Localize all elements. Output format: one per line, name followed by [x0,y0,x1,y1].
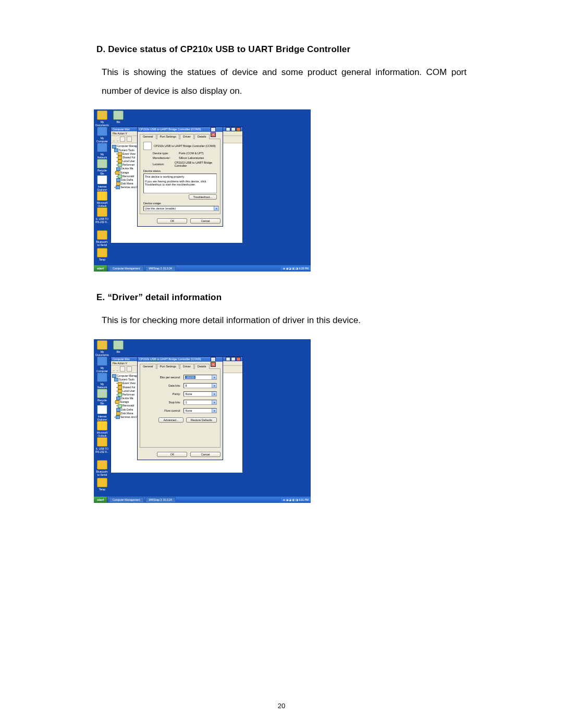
location-label: Location: [153,163,175,166]
desktop-icon-recycle[interactable]: Recycle Bin [95,389,109,405]
status-hint-text: If you are having problems with this dev… [145,180,215,186]
system-tray[interactable]: ◈ ◉ ◪ ◧ ◨ 6:18 PM [281,267,311,270]
start-button[interactable]: start [94,265,107,272]
advanced-button[interactable]: Advanced... [158,417,183,423]
chevron-down-icon[interactable]: ▾ [212,392,216,396]
cm-window-buttons[interactable] [225,357,241,361]
troubleshoot-button[interactable]: Troubleshoot... [189,194,217,200]
cm-tree[interactable]: Computer Manage System Tools +Event View… [111,143,140,243]
device-usage-value: Use this device (enable) [145,207,176,210]
tab-general[interactable]: General [140,134,156,139]
bits-per-second-combo[interactable]: 19200▾ [183,375,217,380]
toolbar-btn[interactable] [120,366,125,372]
properties-title-bar[interactable]: CP210x USB to UART Bridge Controller (CO… [138,127,223,132]
tab-port-settings[interactable]: Port Settings [157,134,180,139]
tab-driver[interactable]: Driver [180,134,194,139]
ok-button[interactable]: OK [157,218,187,224]
desktop-icon-mycomputer[interactable]: My Computer [95,356,109,373]
cm-title-text: Computer Man [113,127,130,131]
page-number: 20 [0,702,563,710]
desktop-icon-bin-top[interactable]: Bin [112,110,125,124]
screenshot-device-status: My Documents Bin My Computer My Network … [94,109,311,272]
desktop-icon-recycle[interactable]: Recycle Bin [95,159,109,175]
device-usage-label: Device usage: [143,202,217,205]
start-button[interactable]: start [94,497,107,503]
desktop-icon-bt[interactable]: Bluetooth-to-Serial [95,230,109,246]
desktop-icon-temp[interactable]: Temp [95,478,109,491]
document-page: D. Device status of CP210x USB to UART B… [0,0,563,728]
desktop-icon-bin-top[interactable]: Bin [112,340,125,353]
cancel-button[interactable]: Cancel [190,218,221,224]
tab-details[interactable]: Details [194,364,210,369]
taskbar-item[interactable]: Computer Management [109,266,144,272]
stop-bits-label: Stop bits: [143,401,183,404]
manufacturer-value: Silicon Laboratories [179,156,204,159]
chevron-down-icon[interactable]: ▾ [214,206,218,211]
clock-text: 6:21 PM [299,498,309,501]
clock-text: 6:18 PM [299,267,309,270]
cancel-button[interactable]: Cancel [190,452,221,457]
help-icon[interactable]: ? [211,127,216,132]
cm-title-text: Computer Man [113,357,130,361]
bits-per-second-label: Bits per second: [143,376,183,379]
chevron-down-icon[interactable]: ▾ [212,400,216,404]
tab-general[interactable]: General [140,364,156,369]
location-value: CP2102 USB to UART Bridge Controller [175,161,217,167]
desktop-icon-usb[interactable]: 6. USB TO RS-232 9... [95,207,109,224]
minimize-icon [226,357,230,361]
tab-driver[interactable]: Driver [180,364,194,369]
close-icon[interactable]: × [211,362,216,367]
minimize-icon [226,127,230,131]
chevron-down-icon[interactable]: ▾ [212,375,216,379]
data-bits-label: Data bits: [143,384,183,387]
tabpage-port-settings: Bits per second: 19200▾ Data bits: 8▾ Pa… [140,368,221,448]
desktop-icon-outlook[interactable]: Microsoft Outlook [95,421,109,437]
toolbar-btn[interactable] [127,137,132,142]
stop-bits-combo[interactable]: 1▾ [183,400,217,405]
desktop-icon-ie[interactable]: Internet Explorer [95,175,109,191]
desktop-icon-usb[interactable]: 6. USB TO RS-232 9... [95,437,109,453]
status-ok-text: This device is working properly. [145,175,215,178]
data-bits-combo[interactable]: 8▾ [183,383,217,388]
tab-details[interactable]: Details [194,134,210,139]
tab-port-settings[interactable]: Port Settings [157,364,180,369]
properties-title-text: CP210x USB to UART Bridge Controller (CO… [139,127,210,132]
restore-defaults-button[interactable]: Restore Defaults [186,417,217,423]
cm-tree[interactable]: Computer Manage System Tools +Event View… [111,373,140,473]
desktop-icon-bt[interactable]: Bluetooth-to-Serial [95,460,109,476]
cm-window-buttons[interactable] [225,127,241,131]
desktop-icon-ie[interactable]: Internet Explorer [95,405,109,421]
system-tray[interactable]: ◈ ◉ ◪ ◧ ◨ 6:21 PM [281,498,311,501]
desktop-icon-mydocs[interactable]: My Documents [95,340,109,356]
flow-control-combo[interactable]: None▾ [183,408,217,413]
chevron-down-icon[interactable]: ▾ [212,409,216,413]
device-status-label: Device status [143,169,217,172]
taskbar-item[interactable]: MWSnap 3 .01.0.24 [145,266,176,272]
parity-combo[interactable]: None▾ [183,391,217,397]
taskbar-item[interactable]: MWSnap 3 .01.0.24 [145,497,176,503]
properties-dialog-general: CP210x USB to UART Bridge Controller (CO… [137,127,223,227]
parity-label: Parity: [143,392,183,396]
taskbar-item[interactable]: Computer Management [109,497,144,503]
section-e-body: This is for checking more detail informa… [102,311,467,330]
section-d-heading: D. Device status of CP210x USB to UART B… [96,44,467,55]
section-e-heading: E. “Driver” detail information [96,292,467,303]
ok-button[interactable]: OK [157,452,187,457]
desktop-icon-mydocs[interactable]: My Documents [95,110,109,127]
screenshot-port-settings: My Documents Bin My Computer My Network … [94,339,311,503]
desktop-icon-outlook[interactable]: Microsoft Outlook [95,191,109,207]
device-type-label: Device type: [153,152,179,155]
toolbar-btn[interactable] [127,366,132,372]
desktop-icon-temp[interactable]: Temp [95,248,109,261]
properties-title-bar[interactable]: CP210x USB to UART Bridge Controller (CO… [138,357,223,362]
device-usage-combo[interactable]: Use this device (enable) ▾ [143,206,219,211]
help-icon[interactable]: ? [211,357,216,362]
tabpage-general: CP210x USB to UART Bridge Controller (CO… [140,139,221,214]
device-type-value: Ports (COM & LPT) [179,152,204,155]
desktop-icon-mycomputer[interactable]: My Computer [95,127,109,143]
taskbar: start Computer Management MWSnap 3 .01.0… [94,265,311,272]
device-status-box: This device is working properly. If you … [143,174,217,193]
chevron-down-icon[interactable]: ▾ [212,384,216,388]
close-icon[interactable]: × [211,132,216,137]
toolbar-btn[interactable] [120,137,125,142]
